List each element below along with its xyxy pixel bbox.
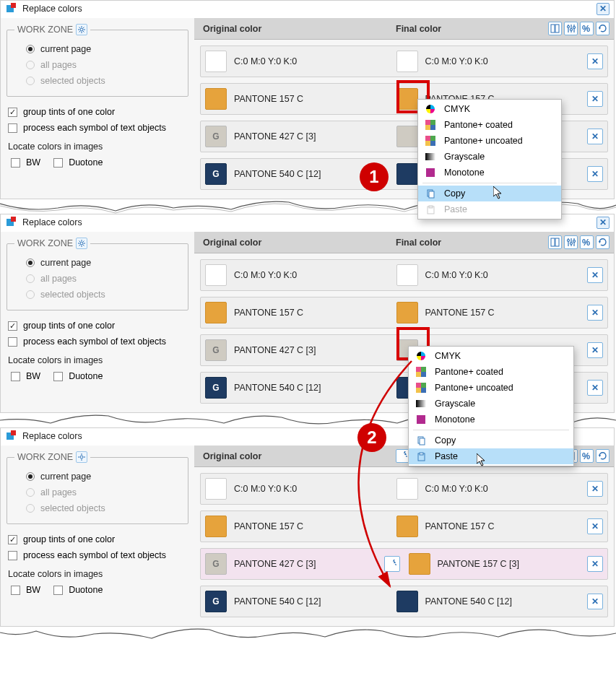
ctx-cmyk[interactable]: CMYK [418, 101, 561, 117]
check-duotone[interactable]: Duotone [53, 582, 103, 598]
color-label-final: PANTONE 157 C [422, 308, 584, 318]
ctx-monotone[interactable]: Monotone [409, 412, 573, 427]
header-row: Original color Final color % [194, 232, 614, 253]
swatch-original[interactable]: G [205, 553, 227, 575]
radio-selected-objects[interactable]: selected objects [14, 287, 181, 303]
ctx-pantone-uncoated[interactable]: Pantone+ uncoated [418, 133, 561, 149]
svg-point-43 [571, 243, 573, 245]
swatch-final[interactable] [409, 553, 430, 575]
reset-row-button[interactable] [384, 556, 400, 572]
delete-row-button[interactable]: ✕ [587, 518, 603, 534]
color-label-final: PANTONE 157 C [422, 521, 584, 531]
check-group-tints[interactable]: group tints of one color [6, 318, 188, 334]
check-duotone[interactable]: Duotone [53, 155, 103, 170]
radio-selected-objects[interactable]: selected objects [14, 73, 181, 89]
delete-row-button[interactable]: ✕ [587, 481, 603, 497]
ctx-copy[interactable]: Copy [409, 433, 573, 448]
check-bw[interactable]: BW [11, 155, 40, 170]
app-icon [5, 2, 18, 15]
gear-icon[interactable] [76, 451, 87, 463]
swatch-original[interactable]: G [205, 591, 227, 612]
swatch-final[interactable] [396, 126, 418, 147]
radio-current-page[interactable]: current page [14, 41, 181, 57]
ctx-copy[interactable]: Copy [418, 186, 561, 201]
workzone-fieldset: WORK ZONE current page all pages selecte… [6, 451, 188, 524]
swatch-original[interactable] [205, 302, 227, 323]
check-bw[interactable]: BW [11, 368, 40, 384]
close-button[interactable]: ✕ [597, 3, 610, 15]
checkbox-icon [8, 535, 17, 544]
swatch-final[interactable] [396, 516, 418, 537]
ctx-pantone-coated[interactable]: Pantone+ coated [409, 364, 573, 380]
radio-current-page[interactable]: current page [14, 469, 181, 484]
radio-current-page[interactable]: current page [14, 255, 181, 271]
tool-refresh-icon[interactable] [596, 449, 610, 463]
radio-all-pages[interactable]: all pages [14, 484, 181, 500]
swatch-final[interactable] [396, 591, 418, 612]
radio-icon [26, 504, 35, 513]
swatch-final[interactable] [396, 264, 418, 286]
ctx-pantone-coated[interactable]: Pantone+ coated [418, 117, 561, 133]
swatch-original[interactable] [205, 478, 227, 500]
swatch-final[interactable] [396, 88, 418, 110]
tool-refresh-icon[interactable] [596, 22, 610, 35]
swatch-final[interactable] [396, 302, 418, 323]
delete-row-button[interactable]: ✕ [587, 129, 603, 144]
radio-label: current page [40, 258, 91, 268]
check-group-tints[interactable]: group tints of one color [6, 104, 188, 120]
tool-split-icon[interactable] [548, 22, 562, 35]
swatch-original[interactable] [205, 88, 227, 110]
monotone-icon [424, 168, 437, 178]
close-button[interactable]: ✕ [597, 217, 610, 229]
svg-rect-38 [555, 238, 559, 246]
check-duotone[interactable]: Duotone [53, 368, 103, 384]
swatch-original[interactable]: G [205, 339, 227, 361]
radio-all-pages[interactable]: all pages [14, 57, 181, 73]
tool-percent-icon[interactable]: % [580, 235, 594, 249]
swatch-original[interactable]: G [205, 377, 227, 399]
radio-selected-objects[interactable]: selected objects [14, 500, 181, 516]
swatch-original[interactable] [205, 51, 227, 72]
delete-row-button[interactable]: ✕ [587, 305, 603, 321]
check-bw[interactable]: BW [11, 582, 40, 598]
swatch-original[interactable]: G [205, 163, 227, 185]
color-label-original: C:0 M:0 Y:0 K:0 [231, 270, 392, 280]
tool-percent-icon[interactable]: % [580, 22, 594, 35]
tool-split-icon[interactable] [548, 235, 562, 249]
locate-colors-label: Locate colors in images [8, 142, 188, 152]
ctx-monotone[interactable]: Monotone [418, 165, 561, 181]
tool-percent-icon[interactable]: % [580, 449, 594, 463]
swatch-original[interactable] [205, 516, 227, 537]
tool-sliders-icon[interactable] [564, 235, 578, 249]
swatch-final[interactable] [396, 51, 418, 72]
swatch-original[interactable]: G [205, 126, 227, 147]
delete-row-button[interactable]: ✕ [587, 594, 603, 609]
delete-row-button[interactable]: ✕ [587, 342, 603, 358]
gear-icon[interactable] [76, 238, 87, 249]
gear-icon[interactable] [76, 24, 87, 35]
swatch-final[interactable] [396, 163, 418, 185]
svg-rect-12 [555, 25, 559, 32]
radio-all-pages[interactable]: all pages [14, 271, 181, 287]
delete-row-button[interactable]: ✕ [587, 53, 603, 69]
tool-sliders-icon[interactable] [564, 22, 578, 35]
ctx-grayscale[interactable]: Grayscale [418, 149, 561, 165]
swatch-original[interactable] [205, 264, 227, 286]
delete-row-button[interactable]: ✕ [587, 267, 603, 283]
swatch-final[interactable] [396, 478, 418, 500]
ctx-cmyk[interactable]: CMYK [409, 348, 573, 364]
tool-refresh-icon[interactable] [596, 235, 610, 249]
ctx-paste[interactable]: Paste [409, 448, 573, 464]
color-label-original: PANTONE 540 C [12] [231, 596, 392, 607]
delete-row-button[interactable]: ✕ [587, 166, 603, 182]
check-process-symbols[interactable]: process each symbol of text objects [6, 334, 188, 349]
delete-row-button[interactable]: ✕ [587, 91, 603, 107]
check-process-symbols[interactable]: process each symbol of text objects [6, 547, 188, 563]
pantone-icon [415, 367, 428, 377]
check-group-tints[interactable]: group tints of one color [6, 531, 188, 547]
check-process-symbols[interactable]: process each symbol of text objects [6, 120, 188, 136]
delete-row-button[interactable]: ✕ [587, 380, 603, 396]
ctx-grayscale[interactable]: Grayscale [409, 396, 573, 412]
ctx-pantone-uncoated[interactable]: Pantone+ uncoated [409, 380, 573, 396]
delete-row-button[interactable]: ✕ [587, 556, 603, 572]
